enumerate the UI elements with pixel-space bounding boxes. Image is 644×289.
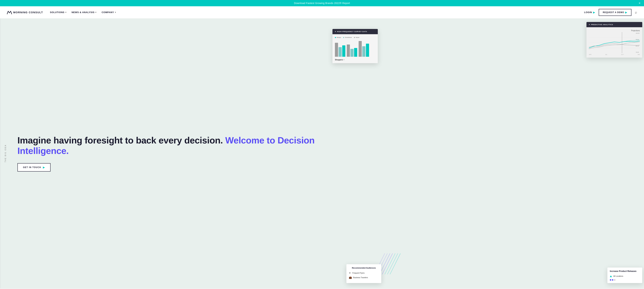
bar-group-3: [358, 41, 369, 57]
hero-visuals: ▾ HIGH-FREQUENCY SURVEY DATA Always Some…: [336, 19, 644, 288]
nav-links: SOLUTIONS ▾ NEWS & ANALYSIS ▾ COMPANY ▾: [50, 7, 584, 18]
legend-sometimes: Sometimes: [343, 37, 352, 38]
card-pagination-dots: [610, 279, 640, 281]
nav-news-analysis[interactable]: NEWS & ANALYSIS ▾: [72, 7, 96, 18]
svg-line-6: [390, 253, 400, 274]
survey-bar-chart: [335, 40, 375, 57]
announcement-close-button[interactable]: ×: [638, 2, 640, 5]
nav-actions: LOGIN ▶ REQUEST A DEMO ▶ ⌕: [584, 9, 637, 16]
plane-icon: ✈: [349, 271, 351, 274]
bar-group-1: [335, 43, 345, 57]
nav-solutions[interactable]: SOLUTIONS ▾: [50, 7, 66, 18]
predictive-card-header: ▾ PREDICTIVE ANALYTICS: [586, 22, 642, 27]
recommended-audiences-card: Recommended Audiences ✈ Frequent Flyers …: [346, 264, 381, 283]
nav-company[interactable]: COMPANY ▾: [102, 7, 116, 18]
announcement-text: Download Fastest Growing Brands 2022® Re…: [294, 2, 350, 5]
search-icon[interactable]: ⌕: [635, 10, 637, 14]
side-label: THE BIG IDEA: [0, 19, 11, 288]
svg-line-4: [385, 253, 395, 274]
company-chevron-icon: ▾: [115, 11, 116, 13]
hero-content: Imagine having foresight to back every d…: [0, 19, 336, 288]
shoppers-selector[interactable]: Shoppers ▾: [335, 59, 375, 61]
headline-part1: Imagine having foresight to back every d…: [18, 135, 225, 145]
predictive-card-body: Projections: [586, 27, 642, 58]
chart-x-labels: APR JUL OCT JAN: [589, 54, 640, 55]
survey-data-card: ▾ HIGH-FREQUENCY SURVEY DATA Always Some…: [332, 29, 378, 63]
legend-never: Never: [354, 37, 359, 38]
products-card-title: Increase Product Releases: [610, 270, 640, 273]
announcement-bar: Download Fastest Growing Brands 2022® Re…: [0, 0, 644, 6]
predictive-analytics-card: ▾ PREDICTIVE ANALYTICS Projections: [586, 22, 642, 58]
dot-2: [612, 279, 613, 281]
line-chart: 100.00 90.00 80.00 70.00: [589, 32, 640, 53]
hero-headline: Imagine having foresight to back every d…: [18, 135, 322, 156]
shoppers-chevron-icon: ▾: [344, 59, 344, 61]
survey-legend: Always Sometimes Never: [335, 37, 375, 38]
request-demo-button[interactable]: REQUEST A DEMO ▶: [599, 9, 632, 16]
news-chevron-icon: ▾: [95, 11, 96, 13]
svg-line-5: [388, 253, 398, 274]
audiences-card-title: Recommended Audiences: [349, 267, 379, 269]
demo-arrow-icon: ▶: [625, 11, 627, 14]
legend-always: Always: [335, 37, 341, 38]
solutions-chevron-icon: ▾: [66, 11, 66, 13]
predictive-chevron-icon: ▾: [589, 24, 590, 26]
logo[interactable]: MORNING CONSULT: [7, 11, 43, 14]
cta-arrow-icon: ▶: [43, 166, 45, 169]
audience-frequent-flyers: ✈ Frequent Flyers: [349, 271, 379, 274]
survey-card-body: Always Sometimes Never: [332, 34, 378, 63]
dot-1: [610, 279, 611, 281]
survey-card-header: ▾ HIGH-FREQUENCY SURVEY DATA: [332, 29, 378, 34]
product-releases-card: Increase Product Releases All Locations: [608, 267, 642, 283]
hero-section: THE BIG IDEA Imagine having foresight to…: [0, 19, 644, 288]
bar-group-2: [347, 45, 357, 57]
navbar: MORNING CONSULT SOLUTIONS ▾ NEWS & ANALY…: [0, 6, 644, 19]
logo-text: MORNING CONSULT: [13, 11, 43, 14]
svg-line-3: [382, 253, 392, 274]
login-button[interactable]: LOGIN ▶: [584, 11, 595, 14]
survey-chevron-icon: ▾: [335, 31, 336, 33]
login-arrow-icon: ▶: [593, 11, 595, 14]
dot-3: [614, 279, 616, 281]
logo-mark: [7, 11, 12, 14]
product-all-locations: All Locations: [610, 275, 640, 277]
increase-triangle-icon: [610, 275, 612, 277]
briefcase-icon: 💼: [349, 276, 352, 279]
get-in-touch-button[interactable]: GET IN TOUCH ▶: [18, 163, 50, 172]
projections-label: Projections: [589, 30, 640, 32]
audience-business-travelers: 💼 Business Travelers: [349, 276, 379, 279]
